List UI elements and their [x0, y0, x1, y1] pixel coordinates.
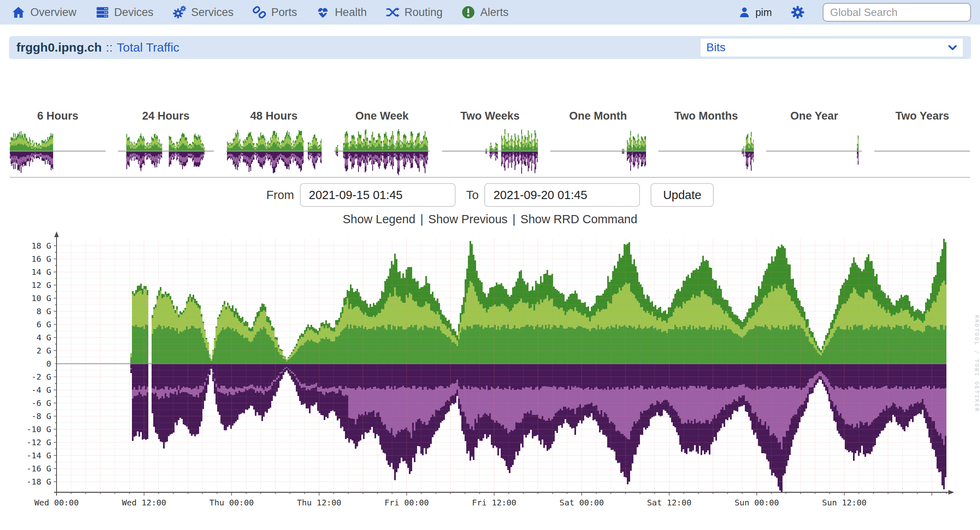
svg-text:-12 G: -12 G [27, 437, 51, 447]
graph-links-separator: | [420, 213, 424, 226]
time-range-one-month[interactable]: One Month [550, 110, 646, 177]
svg-text:4 G: 4 G [36, 333, 51, 342]
svg-text:-6 G: -6 G [32, 398, 51, 408]
svg-text:-16 G: -16 G [27, 464, 51, 473]
svg-text:Sat 12:00: Sat 12:00 [647, 498, 691, 507]
user-name: pim [755, 7, 772, 18]
time-range-thumbnails: 6 Hours24 Hours48 HoursOne WeekTwo Weeks… [10, 110, 970, 178]
traffic-graph: 18 G16 G14 G12 G10 G8 G6 G4 G2 G0-2 G-4 … [0, 229, 980, 511]
device-hostname-link[interactable]: frggh0.ipng.ch [16, 41, 102, 54]
services-icon [172, 5, 186, 19]
svg-text:Thu 12:00: Thu 12:00 [297, 498, 341, 507]
svg-text:-2 G: -2 G [32, 372, 51, 382]
routing-icon [386, 5, 399, 19]
date-range-controls: From To Update [0, 183, 980, 207]
nav-item-routing[interactable]: Routing [386, 5, 442, 19]
time-range-48-hours[interactable]: 48 Hours [226, 110, 322, 177]
nav-right: pim [738, 3, 971, 22]
svg-text:Sat 00:00: Sat 00:00 [560, 498, 604, 507]
nav-item-label: Health [335, 6, 367, 19]
svg-text:-14 G: -14 G [27, 451, 51, 460]
svg-text:-8 G: -8 G [32, 411, 51, 421]
user-icon [738, 6, 751, 18]
show-previous-link[interactable]: Show Previous [428, 213, 507, 226]
svg-text:0: 0 [46, 359, 51, 369]
units-select-value: Bits [706, 41, 726, 54]
nav-item-health[interactable]: Health [316, 5, 367, 19]
svg-text:Wed 12:00: Wed 12:00 [122, 498, 166, 507]
nav-user[interactable]: pim [738, 6, 772, 18]
nav-item-label: Services [191, 6, 234, 19]
to-label: To [466, 188, 479, 202]
show-legend-link[interactable]: Show Legend [343, 213, 415, 226]
graph-title-bar: frggh0.ipng.ch :: Total Traffic Bits [9, 36, 971, 59]
svg-text:Fri 12:00: Fri 12:00 [472, 498, 516, 507]
time-range-one-week[interactable]: One Week [334, 110, 430, 177]
svg-text:10 G: 10 G [32, 293, 51, 303]
svg-text:Fri 00:00: Fri 00:00 [384, 498, 429, 507]
global-search-input[interactable] [823, 3, 971, 22]
svg-text:-10 G: -10 G [27, 424, 51, 434]
svg-text:Wed 00:00: Wed 00:00 [34, 498, 79, 507]
time-range-label: One Year [766, 110, 862, 122]
svg-text:Thu 00:00: Thu 00:00 [209, 498, 254, 507]
svg-text:Sun 12:00: Sun 12:00 [822, 498, 867, 507]
nav-item-label: Overview [30, 6, 77, 19]
settings-gear-icon[interactable] [791, 5, 805, 19]
svg-text:8 G: 8 G [36, 306, 51, 316]
title-separator: :: [106, 41, 113, 54]
graph-title-link[interactable]: Total Traffic [117, 41, 179, 54]
time-range-label: One Week [334, 110, 430, 122]
navbar: OverviewDevicesServicesPortsHealthRoutin… [0, 0, 980, 25]
nav-item-devices[interactable]: Devices [95, 5, 154, 19]
graph-links-separator: | [513, 213, 516, 226]
svg-text:6 G: 6 G [36, 319, 51, 329]
time-range-two-months[interactable]: Two Months [658, 110, 754, 177]
time-range-one-year[interactable]: One Year [766, 110, 862, 177]
update-button[interactable]: Update [651, 183, 714, 207]
svg-text:2 G: 2 G [36, 346, 51, 356]
nav-item-overview[interactable]: Overview [11, 5, 77, 19]
svg-text:12 G: 12 G [32, 280, 51, 290]
svg-text:14 G: 14 G [32, 267, 51, 277]
time-range-label: 6 Hours [10, 110, 106, 122]
from-date-input[interactable] [300, 183, 456, 207]
nav-item-label: Devices [114, 6, 154, 19]
nav-item-label: Alerts [480, 6, 508, 19]
time-range-label: 48 Hours [226, 110, 322, 122]
time-range-24-hours[interactable]: 24 Hours [118, 110, 214, 177]
chevron-down-icon [947, 42, 958, 53]
to-date-input[interactable] [484, 183, 640, 207]
svg-text:16 G: 16 G [32, 254, 51, 264]
devices-icon [95, 5, 109, 19]
svg-text:Sun 00:00: Sun 00:00 [735, 498, 779, 507]
nav-item-alerts[interactable]: Alerts [461, 5, 508, 19]
time-range-two-years[interactable]: Two Years [874, 110, 970, 177]
time-range-label: Two Months [658, 110, 754, 122]
nav-item-services[interactable]: Services [172, 5, 234, 19]
time-range-label: Two Years [874, 110, 970, 122]
nav-item-label: Ports [271, 6, 297, 19]
units-select[interactable]: Bits [701, 39, 963, 57]
time-range-label: One Month [550, 110, 646, 122]
graph-area: 18 G16 G14 G12 G10 G8 G6 G4 G2 G0-2 G-4 … [0, 229, 980, 511]
svg-text:-18 G: -18 G [27, 477, 51, 487]
from-label: From [266, 188, 294, 202]
health-icon [316, 5, 330, 19]
time-range-label: Two Weeks [442, 110, 538, 122]
time-range-6-hours[interactable]: 6 Hours [10, 110, 106, 177]
nav-item-label: Routing [404, 6, 442, 19]
show-rrd-command-link[interactable]: Show RRD Command [520, 213, 637, 226]
ports-icon [252, 5, 266, 19]
nav-menu: OverviewDevicesServicesPortsHealthRoutin… [11, 5, 508, 19]
alerts-icon [461, 5, 475, 19]
graph-links: Show Legend|Show Previous|Show RRD Comma… [0, 213, 980, 226]
nav-item-ports[interactable]: Ports [252, 5, 297, 19]
svg-text:-4 G: -4 G [32, 385, 51, 395]
graph-title-text: frggh0.ipng.ch :: Total Traffic [16, 41, 179, 54]
time-range-two-weeks[interactable]: Two Weeks [442, 110, 538, 177]
time-range-label: 24 Hours [118, 110, 214, 122]
rrdtool-watermark: RRDTOOL / TOBI OETIKER [974, 315, 980, 412]
home-icon [11, 5, 25, 19]
svg-text:18 G: 18 G [32, 241, 51, 251]
